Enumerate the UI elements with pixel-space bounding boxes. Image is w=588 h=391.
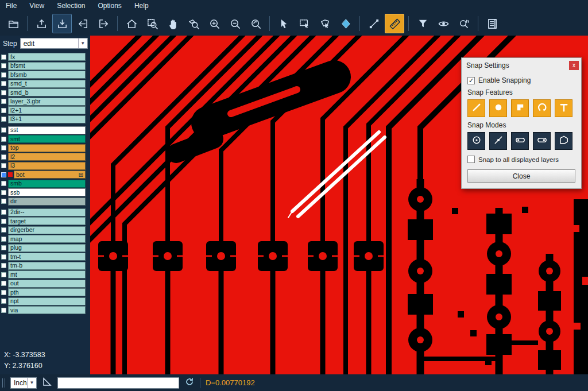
all-layers-checkbox[interactable] [467,156,475,163]
layer-name[interactable]: bfsmb [10,71,27,79]
menu-item-help[interactable]: Help [134,2,149,10]
enable-snapping-row[interactable]: Enable Snapping [467,76,575,84]
layer-name[interactable]: via [10,307,18,314]
layer-visibility-checkbox[interactable] [1,190,6,195]
layer-visibility-checkbox[interactable] [1,117,6,122]
layer-visibility-checkbox[interactable] [1,145,6,150]
layer-name[interactable]: top [10,144,19,152]
layer-row-map[interactable]: map [0,235,90,243]
snap-center-button[interactable] [467,132,485,150]
layer-visibility-checkbox[interactable] [1,308,6,313]
layer-visibility-checkbox[interactable] [1,108,6,113]
close-icon[interactable]: x [569,61,579,70]
line-tool-button[interactable] [364,14,384,33]
layer-visibility-checkbox[interactable] [1,181,6,186]
layer-name[interactable]: target [10,218,26,225]
layer-visibility-checkbox[interactable] [1,245,6,250]
zoom-out-button[interactable] [225,14,245,33]
layer-visibility-checkbox[interactable] [1,90,6,95]
refresh-icon[interactable] [184,377,195,389]
layer-visibility-checkbox[interactable] [1,81,6,86]
layer-visibility-checkbox[interactable] [1,299,6,304]
unit-select[interactable]: Inch ▼ [10,377,37,389]
enable-snapping-checkbox[interactable] [467,77,475,84]
layer-row-l3+1[interactable]: l3+1 [0,115,90,123]
layer-visibility-checkbox[interactable] [1,163,6,168]
export-right-button[interactable] [94,14,113,33]
layer-row-tm-t[interactable]: tm-t [0,253,90,261]
layer-visibility-checkbox[interactable] [1,127,6,133]
chevron-down-icon[interactable]: ▼ [78,38,87,48]
layer-visibility-checkbox[interactable] [1,237,6,242]
layer-row-2dir--[interactable]: 2dir-- [0,208,90,216]
report-button[interactable] [482,14,502,33]
open-folder-button[interactable] [3,14,23,33]
layer-name[interactable]: pth [10,289,19,296]
layer-name[interactable]: l2 [10,153,15,161]
zoom-reset-button[interactable] [246,14,265,33]
layer-visibility-checkbox[interactable] [1,72,6,78]
layer-name[interactable]: layer_3.gbr [10,98,41,105]
layer-visibility-checkbox[interactable] [1,281,6,286]
eye-button[interactable] [434,14,453,33]
layer-name[interactable]: map [10,235,22,243]
snap-line-button[interactable] [467,99,485,117]
snap-point-on-line-button[interactable] [489,132,507,150]
zoom-polygon-button[interactable] [184,14,203,33]
layer-name[interactable]: smb [10,180,22,187]
layer-name[interactable]: npt [10,297,19,305]
import-left-button[interactable] [73,14,92,33]
layer-row-dir[interactable]: dir [0,198,90,206]
layer-name[interactable]: tm-t [10,253,21,261]
layer-visibility-checkbox[interactable] [1,263,6,268]
layer-name[interactable]: l2+1 [10,107,22,114]
select-poly-button[interactable] [315,14,335,33]
layer-row-layer_3.gbr[interactable]: layer_3.gbr [0,98,90,106]
export-up-button[interactable] [32,14,51,33]
layer-visibility-checkbox[interactable] [1,99,6,104]
layer-name[interactable]: dirgerber [10,226,34,234]
layer-visibility-checkbox[interactable] [1,290,6,295]
layer-row-smt[interactable]: smt [0,135,90,143]
layer-visibility-checkbox[interactable] [1,210,6,215]
layer-visibility-checkbox[interactable] [1,137,6,142]
layer-row-mt[interactable]: mt [0,270,90,278]
layer-row-via[interactable]: via [0,306,90,314]
layer-visibility-checkbox[interactable] [1,272,6,277]
layer-row-sst[interactable]: sst [0,126,90,134]
layer-row-dirgerber[interactable]: dirgerber [0,226,90,234]
layer-row-l3[interactable]: l3 [0,162,90,170]
pointer-button[interactable] [274,14,293,33]
layer-name[interactable]: smd_b [10,89,29,96]
all-layers-row[interactable]: Snap to all displayed layers [467,156,575,163]
layer-row-ssb[interactable]: ssb [0,188,90,196]
layer-name[interactable]: fx [10,53,15,61]
dialog-titlebar[interactable]: Snap Settings x [462,58,581,72]
layer-visibility-checkbox[interactable] [1,172,6,177]
measure-diamond-button[interactable] [336,14,355,33]
layer-row-out[interactable]: out [0,280,90,288]
layer-name[interactable]: smd_t [10,80,27,87]
layer-row-tm-b[interactable]: tm-b [0,262,90,270]
snap-text-button[interactable] [555,99,572,117]
snap-pad-button[interactable] [489,99,507,117]
layer-row-l2+1[interactable]: l2+1 [0,106,90,114]
layer-name[interactable]: smt [10,136,20,143]
layer-name[interactable]: tm-b [10,262,22,269]
layer-visibility-checkbox[interactable] [1,199,6,204]
layer-row-top[interactable]: top [0,144,90,152]
layer-name[interactable]: ssb [10,189,20,196]
layer-row-bfsmt[interactable]: bfsmt [0,62,90,70]
step-combobox[interactable]: edit ▼ [20,38,88,49]
layer-name[interactable]: sst [10,126,18,134]
menu-item-file[interactable]: File [6,2,17,10]
menu-item-options[interactable]: Options [98,2,122,10]
snap-contour-button[interactable] [555,132,572,150]
layer-name[interactable]: l3 [10,162,15,169]
zoom-window-button[interactable] [142,14,162,33]
pan-hand-button[interactable] [163,14,183,33]
layer-row-l2[interactable]: l2 [0,153,90,161]
layer-row-smb[interactable]: smb [0,180,90,188]
layer-row-bot[interactable]: bot⊞ [0,171,90,179]
layer-name[interactable]: out [10,280,19,287]
